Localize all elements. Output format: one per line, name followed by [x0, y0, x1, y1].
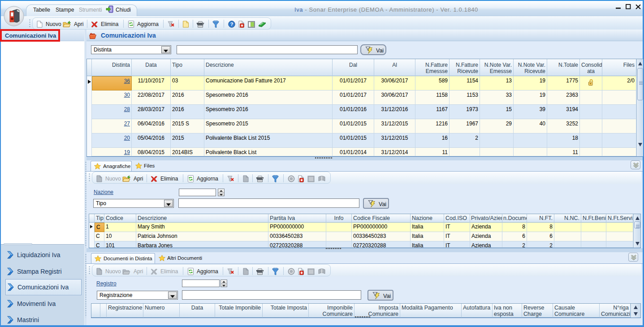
svg-text:?: ? [230, 22, 233, 27]
